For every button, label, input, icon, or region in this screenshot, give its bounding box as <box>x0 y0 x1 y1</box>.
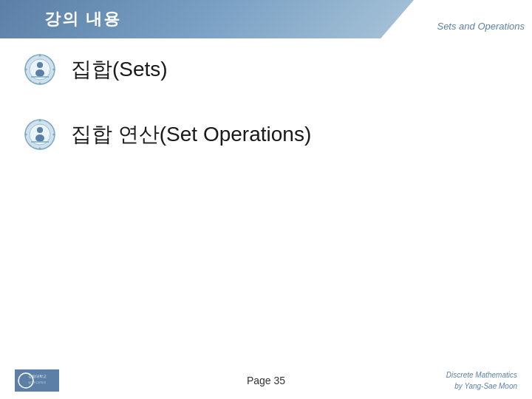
footer: 강원대학교 컴퓨터과학과 Page 35 Discrete Mathematic… <box>0 369 532 392</box>
footer-page-number: Page 35 <box>247 375 285 386</box>
footer-credit: Discrete Mathematics by Yang-Sae Moon <box>446 369 517 392</box>
slide: 강의 내용 Sets and Operations <box>0 0 532 399</box>
svg-point-23 <box>53 134 55 136</box>
header-bar: 강의 내용 <box>0 0 414 38</box>
svg-text:컴퓨터과학과: 컴퓨터과학과 <box>28 381 46 384</box>
bullet-text-1: 집합(Sets) <box>71 55 168 83</box>
svg-point-21 <box>39 148 41 150</box>
svg-point-22 <box>25 134 27 136</box>
footer-logo-box: 강원대학교 컴퓨터과학과 <box>15 369 59 392</box>
bullet-icon-2 <box>22 117 58 152</box>
top-right-subtitle: Sets and Operations <box>437 21 525 32</box>
svg-point-12 <box>39 83 41 85</box>
credit-line2: by Yang-Sae Moon <box>454 382 517 390</box>
bullet-item-1: 집합(Sets) <box>22 52 510 87</box>
header-title: 강의 내용 <box>44 8 121 30</box>
svg-point-11 <box>39 55 41 57</box>
svg-point-14 <box>53 69 55 71</box>
svg-text:강원대학교: 강원대학교 <box>28 374 47 378</box>
bullet-text-2: 집합 연산(Set Operations) <box>71 120 311 149</box>
svg-point-9 <box>35 69 44 77</box>
credit-line1: Discrete Mathematics <box>446 371 517 379</box>
bullet-icon-1 <box>22 52 58 87</box>
university-logo-svg: 강원대학교 컴퓨터과학과 <box>15 369 59 392</box>
sets-icon <box>24 53 56 86</box>
svg-point-20 <box>39 120 41 122</box>
svg-point-18 <box>35 134 44 142</box>
operations-icon <box>24 118 56 151</box>
bullet-item-2: 집합 연산(Set Operations) <box>22 117 510 152</box>
svg-point-13 <box>25 69 27 71</box>
svg-point-17 <box>37 127 43 133</box>
svg-point-8 <box>37 62 43 68</box>
content-area: 집합(Sets) 집합 연산(Set Operations) <box>22 52 510 182</box>
footer-logo: 강원대학교 컴퓨터과학과 <box>15 369 59 392</box>
